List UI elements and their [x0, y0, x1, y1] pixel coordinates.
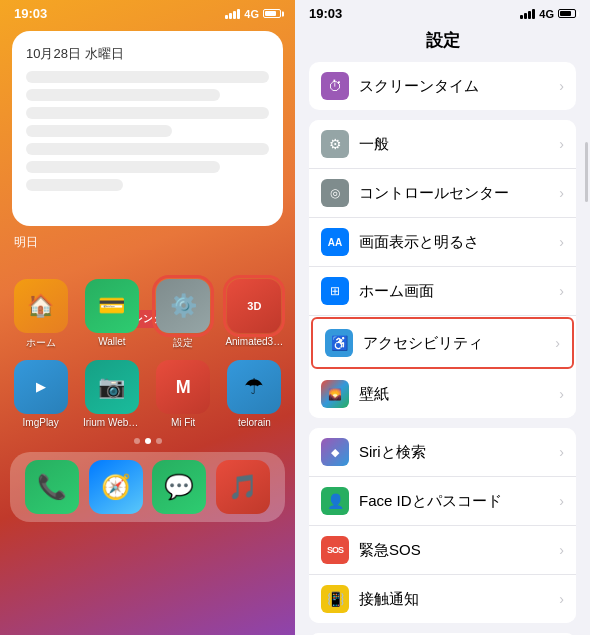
calendar-widget[interactable]: 10月28日 水曜日: [12, 31, 283, 226]
chevron-icon-fid: ›: [559, 493, 564, 509]
app-icon-wallet: 💳: [85, 279, 139, 333]
app-item-telorain[interactable]: ☂ telorain: [224, 360, 285, 428]
tomorrow-label: 明日: [0, 234, 295, 251]
screen-time-icon: ⏱: [321, 72, 349, 100]
app-label-wallet: Wallet: [98, 336, 125, 347]
app-label-mifit: Mi Fit: [171, 417, 195, 428]
control-center-label: コントロールセンター: [359, 184, 559, 203]
siri-label: Siriと検索: [359, 443, 559, 462]
dock: 📞 🧭 💬 🎵: [10, 452, 285, 522]
general-label: 一般: [359, 135, 559, 154]
general-icon: ⚙: [321, 130, 349, 158]
faceid-label: Face IDとパスコード: [359, 492, 559, 511]
app-grid: 🏠 ホーム 💳 Wallet ⚙️ 設定 3D Animated3DK... ▶…: [0, 279, 295, 428]
battery-left: [263, 9, 281, 18]
app-icon-settings: ⚙️: [156, 279, 210, 333]
app-item-wallet[interactable]: 💳 Wallet: [81, 279, 142, 350]
contact-icon: 📳: [321, 585, 349, 613]
app-label-3dk: Animated3DK...: [225, 336, 283, 347]
settings-item-siri[interactable]: ◆ Siriと検索 ›: [309, 428, 576, 477]
chevron-icon-cc: ›: [559, 185, 564, 201]
settings-item-display[interactable]: AA 画面表示と明るさ ›: [309, 218, 576, 267]
siri-icon: ◆: [321, 438, 349, 466]
left-panel: 19:03 4G 10月28日 水曜日 明日 カレン: [0, 0, 295, 635]
app-item-home[interactable]: 🏠 ホーム: [10, 279, 71, 350]
sos-label: 緊急SOS: [359, 541, 559, 560]
settings-section-2: ⚙ 一般 › ◎ コントロールセンター › AA 画面表示と明るさ › ⊞ ホー…: [309, 120, 576, 418]
chevron-icon: ›: [559, 78, 564, 94]
settings-item-accessibility[interactable]: ♿ アクセシビリティ ›: [311, 317, 574, 369]
settings-item-contact[interactable]: 📳 接触通知 ›: [309, 575, 576, 623]
network-type-right: 4G: [539, 8, 554, 20]
dock-safari[interactable]: 🧭: [89, 460, 143, 514]
settings-section-3: ◆ Siriと検索 › 👤 Face IDとパスコード › SOS 緊急SOS …: [309, 428, 576, 623]
home-screen-icon: ⊞: [321, 277, 349, 305]
widget-date: 10月28日 水曜日: [26, 45, 269, 63]
battery-right: [558, 9, 576, 18]
chevron-icon-sos: ›: [559, 542, 564, 558]
accessibility-label: アクセシビリティ: [363, 334, 555, 353]
app-item-settings[interactable]: ⚙️ 設定: [153, 279, 214, 350]
app-icon-telorain: ☂: [227, 360, 281, 414]
app-icon-webcam: 📷: [85, 360, 139, 414]
app-item-webcam[interactable]: 📷 Irium Webcam: [81, 360, 142, 428]
widget-content: [26, 71, 269, 191]
settings-item-sos[interactable]: SOS 緊急SOS ›: [309, 526, 576, 575]
status-icons-left: 4G: [225, 8, 281, 20]
time-left: 19:03: [14, 6, 47, 21]
app-icon-mifit: M: [156, 360, 210, 414]
app-item-mifit[interactable]: M Mi Fit: [153, 360, 214, 428]
display-label: 画面表示と明るさ: [359, 233, 559, 252]
settings-item-screen-time[interactable]: ⏱ スクリーンタイム ›: [309, 62, 576, 110]
status-icons-right: 4G: [520, 8, 576, 20]
settings-item-general[interactable]: ⚙ 一般 ›: [309, 120, 576, 169]
display-icon: AA: [321, 228, 349, 256]
chevron-icon-wp: ›: [559, 386, 564, 402]
screen-time-label: スクリーンタイム: [359, 77, 559, 96]
dock-phone[interactable]: 📞: [25, 460, 79, 514]
chevron-icon-general: ›: [559, 136, 564, 152]
settings-section-1: ⏱ スクリーンタイム ›: [309, 62, 576, 110]
chevron-icon-ct: ›: [559, 591, 564, 607]
chevron-icon-display: ›: [559, 234, 564, 250]
right-panel: 19:03 4G 設定 ⏱ スクリーンタイム ›: [295, 0, 590, 635]
dock-messages[interactable]: 💬: [152, 460, 206, 514]
signal-bars-left: [225, 9, 240, 19]
app-item-imgplay[interactable]: ▶ ImgPlay: [10, 360, 71, 428]
app-label-settings: 設定: [173, 336, 193, 350]
settings-item-faceid[interactable]: 👤 Face IDとパスコード ›: [309, 477, 576, 526]
settings-item-wallpaper[interactable]: 🌄 壁紙 ›: [309, 370, 576, 418]
chevron-icon-siri: ›: [559, 444, 564, 460]
settings-title: 設定: [295, 23, 590, 62]
page-dots: [0, 438, 295, 444]
app-item-3dk[interactable]: 3D Animated3DK...: [224, 279, 285, 350]
chevron-icon-hs: ›: [559, 283, 564, 299]
home-screen-label: ホーム画面: [359, 282, 559, 301]
chevron-icon-acc: ›: [555, 335, 560, 351]
app-label-telorain: telorain: [238, 417, 271, 428]
status-bar-left: 19:03 4G: [0, 0, 295, 23]
app-icon-3dk: 3D: [227, 279, 281, 333]
settings-item-home-screen[interactable]: ⊞ ホーム画面 ›: [309, 267, 576, 316]
app-label-imgplay: ImgPlay: [23, 417, 59, 428]
settings-list: ⏱ スクリーンタイム › ⚙ 一般 › ◎ コントロールセンター › AA 画面…: [295, 62, 590, 635]
accessibility-icon: ♿: [325, 329, 353, 357]
wallpaper-label: 壁紙: [359, 385, 559, 404]
app-icon-imgplay: ▶: [14, 360, 68, 414]
time-right: 19:03: [309, 6, 342, 21]
status-bar-right: 19:03 4G: [295, 0, 590, 23]
dock-music[interactable]: 🎵: [216, 460, 270, 514]
settings-item-control-center[interactable]: ◎ コントロールセンター ›: [309, 169, 576, 218]
sos-icon: SOS: [321, 536, 349, 564]
app-icon-home: 🏠: [14, 279, 68, 333]
signal-bars-right: [520, 9, 535, 19]
control-center-icon: ◎: [321, 179, 349, 207]
contact-label: 接触通知: [359, 590, 559, 609]
app-label-home: ホーム: [26, 336, 56, 350]
scroll-indicator: [585, 142, 588, 202]
faceid-icon: 👤: [321, 487, 349, 515]
network-type-left: 4G: [244, 8, 259, 20]
app-label-webcam: Irium Webcam: [83, 417, 141, 428]
wallpaper-icon: 🌄: [321, 380, 349, 408]
